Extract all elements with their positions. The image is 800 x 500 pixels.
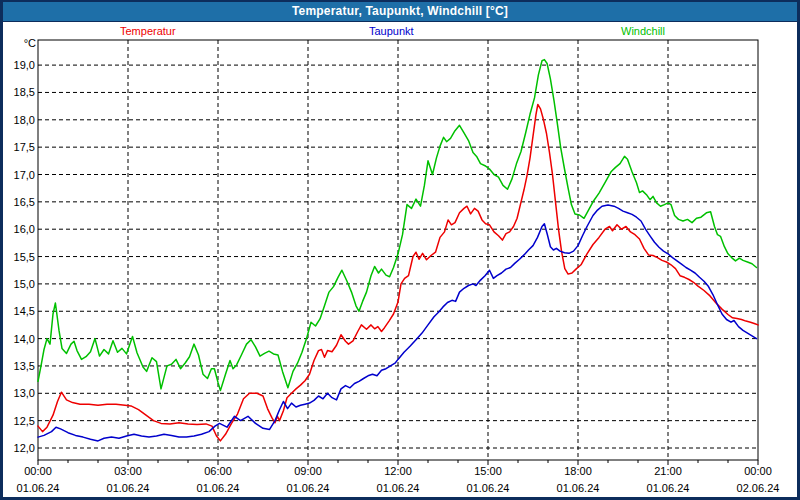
x-time-label: 21:00 [654,465,682,477]
x-date-label: 01.06.24 [107,482,150,494]
y-tick-label: 16,5 [14,196,35,208]
y-tick-label: 16,0 [14,223,35,235]
app-window: Temperatur, Taupunkt, Windchill [°C] Tem… [0,0,800,500]
y-tick-label: 17,0 [14,169,35,181]
chart-canvas: 19,018,518,017,517,016,516,015,515,014,5… [0,0,800,500]
y-axis-unit-label: °C [24,37,36,49]
x-date-label: 02.06.24 [737,482,780,494]
x-time-label: 15:00 [474,465,502,477]
y-tick-label: 18,5 [14,86,35,98]
y-tick-label: 14,0 [14,333,35,345]
x-date-label: 01.06.24 [17,482,60,494]
series-line-windchill [38,60,757,391]
x-time-label: 09:00 [294,465,322,477]
x-time-label: 06:00 [204,465,232,477]
y-tick-label: 12,0 [14,442,35,454]
x-date-label: 01.06.24 [287,482,330,494]
x-time-label: 00:00 [24,465,52,477]
x-date-label: 01.06.24 [467,482,510,494]
y-tick-label: 18,0 [14,114,35,126]
y-tick-label: 13,5 [14,360,35,372]
x-time-label: 12:00 [384,465,412,477]
x-date-label: 01.06.24 [647,482,690,494]
x-time-label: 18:00 [564,465,592,477]
y-tick-label: 15,0 [14,278,35,290]
y-tick-label: 13,0 [14,387,35,399]
x-date-label: 01.06.24 [197,482,240,494]
x-date-label: 01.06.24 [557,482,600,494]
y-tick-label: 17,5 [14,141,35,153]
x-date-label: 01.06.24 [377,482,420,494]
x-time-label: 00:00 [744,465,772,477]
y-tick-label: 19,0 [14,59,35,71]
y-tick-label: 14,5 [14,305,35,317]
y-tick-label: 12,5 [14,415,35,427]
series-line-taupunkt [38,205,757,441]
y-tick-label: 15,5 [14,251,35,263]
x-time-label: 03:00 [114,465,142,477]
